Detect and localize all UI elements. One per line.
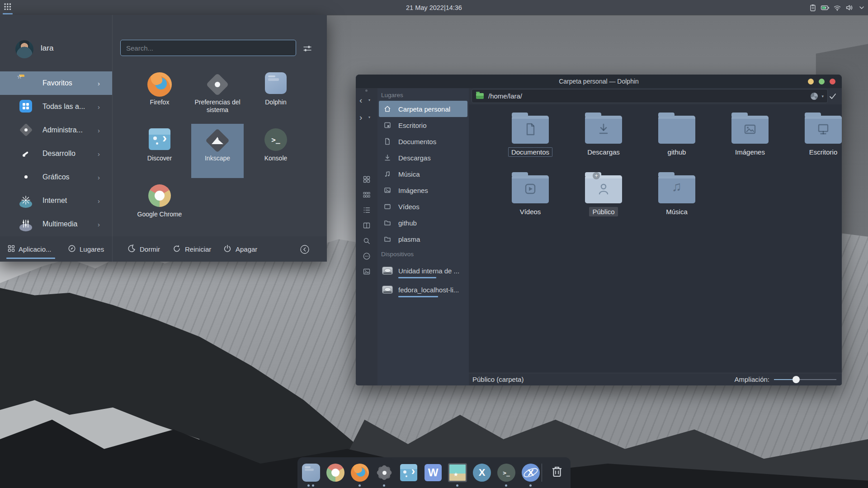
folder-label: Descargas	[584, 147, 623, 157]
dock-item-dolphin[interactable]	[300, 462, 322, 483]
discover-icon: ›	[400, 464, 417, 481]
close-button[interactable]	[830, 79, 835, 84]
sleep-button[interactable]: Dormir	[127, 236, 160, 262]
chevron-right-icon: ›	[98, 127, 100, 134]
dock-item-gwenview[interactable]: ★	[447, 462, 468, 483]
places-panel: Lugares Carpeta personal Escritorio	[377, 88, 469, 385]
sidebar-item-multimedia[interactable]: Multimedia ›	[0, 212, 112, 236]
place-plasma[interactable]: plasma	[379, 231, 467, 247]
google-chrome-icon	[326, 464, 344, 482]
dock-item-konsole[interactable]: >_	[495, 462, 517, 483]
search-button[interactable]	[363, 237, 371, 245]
app-preferencias-del-sistema[interactable]: Preferencias del sistema	[191, 68, 244, 122]
zoom-slider[interactable]	[774, 376, 836, 383]
history-dropdown-icon[interactable]: ▾	[368, 115, 370, 119]
slider-handle[interactable]	[793, 376, 800, 383]
battery-icon[interactable]	[821, 3, 830, 12]
tab-lugares[interactable]: Lugares	[68, 236, 104, 262]
app-google-chrome[interactable]: Google Chrome	[133, 180, 186, 234]
place-videos[interactable]: Vídeos	[379, 198, 467, 215]
hard-drive-icon	[382, 267, 393, 275]
search-input[interactable]	[120, 40, 296, 56]
place-musica[interactable]: Música	[379, 166, 467, 182]
split-view-button[interactable]	[363, 221, 371, 230]
sidebar-item-todas-las-aplicaciones[interactable]: Todas las a... ›	[0, 95, 112, 118]
category-label: Todas las a...	[42, 103, 85, 111]
folder-imagenes[interactable]: Imágenes	[721, 112, 779, 157]
collapse-session-button[interactable]	[299, 244, 310, 255]
maximize-button[interactable]	[819, 79, 825, 84]
app-inkscape[interactable]: Inkscape	[191, 124, 244, 178]
dock-item-code-editor[interactable]: X	[471, 462, 493, 483]
app-konsole[interactable]: >_ Konsole	[250, 124, 302, 178]
back-button[interactable]: ‹ ▾	[356, 94, 377, 108]
current-path: /home/lara/	[488, 92, 522, 100]
dock-item-firefox[interactable]	[349, 462, 371, 483]
folder-documentos[interactable]: Documentos	[501, 112, 560, 157]
place-escritorio[interactable]: Escritorio	[379, 117, 467, 133]
folder-videos[interactable]: Vídeos	[501, 171, 560, 216]
window-titlebar[interactable]: Carpeta personal — Dolphin	[356, 75, 842, 88]
icons-view-button[interactable]	[363, 175, 371, 183]
sidebar-item-internet[interactable]: Internet ›	[0, 189, 112, 212]
app-firefox[interactable]: Firefox	[133, 68, 186, 122]
place-documentos[interactable]: Documentos	[379, 133, 467, 150]
system-settings-icon	[205, 72, 230, 97]
sidebar-item-desarrollo[interactable]: Desarrollo ›	[0, 142, 112, 165]
menu-check-icon[interactable]	[828, 92, 837, 101]
folder-musica[interactable]: ♫ Música	[647, 171, 706, 216]
top-panel: 21 May 2022|14:36	[0, 0, 868, 15]
folder-descargas[interactable]: Descargas	[574, 112, 633, 157]
place-descargas[interactable]: Descargas	[379, 150, 467, 166]
user-avatar[interactable]	[15, 40, 33, 58]
folder-icon	[383, 219, 392, 227]
wifi-icon[interactable]	[833, 3, 842, 12]
dock-item-system-settings[interactable]	[373, 462, 395, 483]
status-text: Público (carpeta)	[472, 375, 524, 383]
folder-icon	[383, 235, 392, 243]
details-view-button[interactable]	[363, 206, 371, 214]
more-options-button[interactable]	[363, 252, 371, 260]
dock-item-google-chrome[interactable]	[325, 462, 346, 483]
dock-item-writer[interactable]: W	[422, 462, 444, 483]
preview-button[interactable]	[363, 267, 371, 276]
dock-item-xorg[interactable]: X	[520, 462, 542, 483]
forward-button[interactable]: › ▾	[356, 112, 377, 125]
clipboard-icon[interactable]	[808, 3, 817, 12]
dock-item-discover[interactable]: ›	[398, 462, 420, 483]
expand-tray-icon[interactable]	[857, 3, 866, 12]
location-bar[interactable]: /home/lara/ ▾	[472, 89, 828, 103]
history-dropdown-icon[interactable]: ▾	[368, 98, 370, 102]
folder-escritorio[interactable]: Escritorio	[794, 112, 853, 157]
folder-publico[interactable]: + Público	[574, 171, 633, 216]
minimize-button[interactable]	[808, 79, 814, 84]
image-icon	[383, 186, 392, 194]
dock-item-trash[interactable]	[546, 462, 568, 483]
app-dolphin[interactable]: Dolphin	[250, 68, 302, 122]
locations-dropdown-icon[interactable]: ▾	[821, 94, 824, 99]
configure-icon[interactable]	[302, 43, 313, 54]
shutdown-button[interactable]: Apagar	[223, 236, 257, 262]
sidebar-item-favoritos[interactable]: ☆ Favoritos ›	[0, 71, 112, 95]
place-github[interactable]: github	[379, 215, 467, 231]
app-discover[interactable]: › Discover	[133, 124, 186, 178]
device-unidad-interna[interactable]: Unidad interna de ...	[379, 262, 467, 280]
device-fedora-localhost[interactable]: fedora_localhost-li...	[379, 281, 467, 299]
video-icon	[383, 202, 392, 211]
place-imagenes[interactable]: Imágenes	[379, 182, 467, 198]
panel-clock[interactable]: 21 May 2022|14:36	[0, 0, 868, 15]
tab-aplicaciones[interactable]: Aplicacio...	[8, 236, 52, 262]
volume-icon[interactable]	[845, 3, 854, 12]
green-folder-icon	[476, 93, 484, 99]
restart-button[interactable]: Reiniciar	[172, 236, 211, 262]
place-carpeta-personal[interactable]: Carpeta personal	[379, 101, 467, 117]
sidebar-item-administracion[interactable]: Administra... ›	[0, 118, 112, 142]
running-indicator	[456, 484, 458, 487]
free-space-icon[interactable]	[811, 93, 818, 100]
sidebar-item-graficos[interactable]: Gráficos ›	[0, 165, 112, 189]
folder-icon	[805, 116, 842, 144]
folder-github[interactable]: github	[647, 112, 706, 157]
compact-view-button[interactable]	[363, 191, 371, 199]
folder-icon: +	[585, 175, 622, 203]
konsole-icon: >_	[264, 128, 287, 151]
